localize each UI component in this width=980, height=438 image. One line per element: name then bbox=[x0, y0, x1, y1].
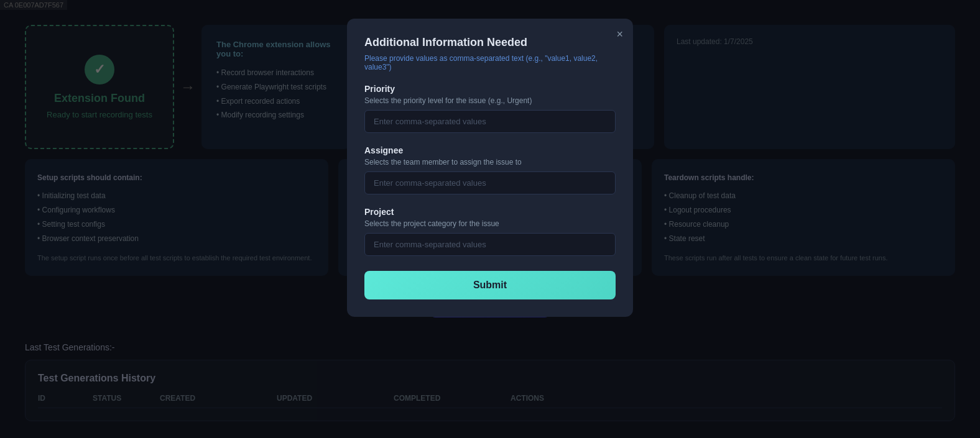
assignee-field: Assignee Selects the team member to assi… bbox=[364, 145, 616, 194]
priority-label: Priority bbox=[364, 84, 616, 94]
modal-overlay: Additional Information Needed Please pro… bbox=[0, 0, 980, 438]
assignee-description: Selects the team member to assign the is… bbox=[364, 158, 616, 167]
assignee-input[interactable] bbox=[364, 171, 616, 194]
priority-description: Selects the priority level for the issue… bbox=[364, 96, 616, 105]
modal-title: Additional Information Needed bbox=[364, 36, 616, 49]
modal-close-button[interactable]: × bbox=[616, 29, 623, 40]
project-field: Project Selects the project category for… bbox=[364, 207, 616, 256]
priority-field: Priority Selects the priority level for … bbox=[364, 84, 616, 133]
project-label: Project bbox=[364, 207, 616, 217]
project-description: Selects the project category for the iss… bbox=[364, 219, 616, 228]
modal-subtitle: Please provide values as comma-separated… bbox=[364, 54, 616, 71]
assignee-label: Assignee bbox=[364, 145, 616, 155]
priority-input[interactable] bbox=[364, 110, 616, 133]
modal-dialog: Additional Information Needed Please pro… bbox=[347, 19, 633, 317]
project-input[interactable] bbox=[364, 233, 616, 256]
submit-button[interactable]: Submit bbox=[364, 271, 616, 299]
